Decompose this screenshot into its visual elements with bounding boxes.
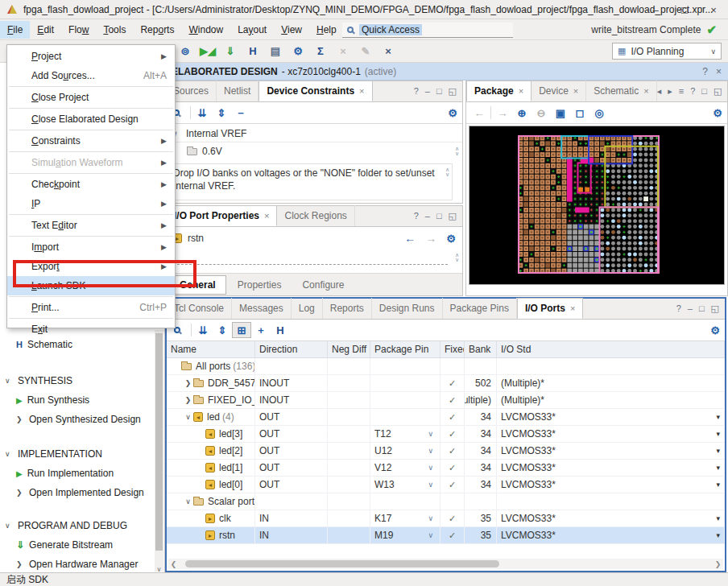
tab-device-constraints[interactable]: Device Constraints× xyxy=(259,80,372,101)
panel-window-icon[interactable]: – xyxy=(425,86,430,97)
tab-design-runs[interactable]: Design Runs xyxy=(372,298,443,319)
tree-expander-icon[interactable]: ❯ xyxy=(183,379,193,387)
panel-window-icon[interactable]: ? xyxy=(414,86,419,97)
cell-io-std[interactable]: LVCMOS33*▾ xyxy=(497,460,725,476)
cell-package-pin[interactable]: T12∨ xyxy=(370,426,441,442)
back-arrow-icon[interactable]: ← xyxy=(404,232,416,245)
toolbar-report-icon[interactable]: ▤ xyxy=(266,43,285,60)
cell-fixed[interactable]: ✓ xyxy=(441,510,465,526)
io-std-dropdown-icon[interactable]: ▾ xyxy=(716,514,724,522)
pin-dropdown-icon[interactable]: ∨ xyxy=(428,464,440,472)
menubar-item-tools[interactable]: Tools xyxy=(96,21,133,39)
toolbar-collapse-all-icon[interactable]: ⇊ xyxy=(192,105,212,121)
gear-icon[interactable]: ⚙ xyxy=(713,107,722,119)
vref-tree-root[interactable]: ∨ Internal VREF xyxy=(166,125,462,142)
layout-selector-dropdown[interactable]: ▦ I/O Planning ∨ xyxy=(612,43,722,60)
cell-package-pin[interactable] xyxy=(370,493,441,510)
io-std-dropdown-icon[interactable]: ▾ xyxy=(716,531,724,539)
io-std-dropdown-icon[interactable]: ▾ xyxy=(716,481,724,489)
cell-package-pin[interactable]: V12∨ xyxy=(370,460,441,476)
io-std-dropdown-icon[interactable]: ▾ xyxy=(716,413,724,421)
panel-window-icon[interactable]: ◱ xyxy=(449,86,457,97)
cell-package-pin[interactable] xyxy=(370,375,441,391)
menu-item-export[interactable]: Export▶ xyxy=(7,257,175,276)
cell-io-std[interactable] xyxy=(497,493,725,510)
tree-expander-icon[interactable]: ∨ xyxy=(183,497,193,506)
panel-window-icon[interactable]: ◱ xyxy=(449,211,457,221)
table-row-fixed-io-54576[interactable]: ❯FIXED_IO_54576(59)INOUT✓(Multiple)(Mult… xyxy=(167,392,725,409)
cell-fixed[interactable]: ✓ xyxy=(441,460,465,476)
panel-window-icon[interactable]: ◱ xyxy=(714,86,722,97)
cell-fixed[interactable]: ✓ xyxy=(441,527,465,543)
scrollbar-thumb[interactable] xyxy=(185,560,499,567)
toolbar-find-icon[interactable]: ⊚ xyxy=(176,43,195,60)
panel-window-icon[interactable]: ◱ xyxy=(711,303,719,314)
cell-io-std[interactable]: LVCMOS33*▾ xyxy=(497,527,725,543)
menubar-item-edit[interactable]: Edit xyxy=(30,21,61,39)
banner-close-icon[interactable]: × xyxy=(716,66,722,77)
table-row-led-1-[interactable]: ◂led[1]OUTV12∨✓34LVCMOS33*▾ xyxy=(167,460,725,477)
maximize-button[interactable]: □ xyxy=(670,0,699,19)
column-header-bank[interactable]: Bank xyxy=(465,341,497,357)
tab-package[interactable]: Package× xyxy=(466,80,532,101)
toolbar-schematic-icon[interactable]: H xyxy=(271,322,290,338)
menubar-item-view[interactable]: View xyxy=(274,21,309,39)
sidebar-item-schematic[interactable]: HSchematic xyxy=(0,336,153,353)
toolbar-generate-bitstream-icon[interactable]: ⇓ xyxy=(221,43,240,60)
column-header-package-pin[interactable]: Package Pin xyxy=(370,341,441,357)
menubar-item-layout[interactable]: Layout xyxy=(230,21,274,39)
menu-item-import[interactable]: Import▶ xyxy=(7,237,175,257)
gear-icon[interactable]: ⚙ xyxy=(448,107,457,119)
cell-fixed[interactable]: ✓ xyxy=(441,477,465,493)
cell-package-pin[interactable]: K17∨ xyxy=(370,510,441,526)
panel-window-icon[interactable]: □ xyxy=(699,303,705,314)
cell-io-std[interactable]: (Multiple)* xyxy=(497,375,725,391)
panel-window-icon[interactable]: ? xyxy=(690,86,695,97)
table-row-led-2-[interactable]: ◂led[2]OUTU12∨✓34LVCMOS33*▾ xyxy=(167,443,725,460)
subtab-general[interactable]: General xyxy=(169,275,226,295)
toolbar-cancel-gray-icon[interactable]: × xyxy=(333,43,353,60)
sidebar-item-open-implemented-design[interactable]: ❯Open Implemented Design xyxy=(0,485,153,501)
pin-dropdown-icon[interactable]: ∨ xyxy=(428,430,440,438)
cell-package-pin[interactable] xyxy=(370,409,441,425)
panel-window-icon[interactable]: – xyxy=(688,303,693,314)
column-header-fixed[interactable]: Fixed xyxy=(441,341,465,357)
menu-item-project[interactable]: Project▶ xyxy=(7,47,175,66)
table-row-clk[interactable]: ▸clkINK17∨✓35LVCMOS33*▾ xyxy=(167,510,725,527)
panel-window-icon[interactable]: ◂ xyxy=(657,86,662,97)
cell-io-std[interactable]: LVCMOS33*▾ xyxy=(497,426,725,442)
column-header-i-o-std[interactable]: I/O Std xyxy=(497,341,725,357)
panel-window-icon[interactable]: □ xyxy=(701,86,707,97)
table-row-led[interactable]: ∨◂led(4)OUT✓34LVCMOS33*▾ xyxy=(167,409,725,426)
close-tab-icon[interactable]: × xyxy=(643,86,648,96)
tab-messages[interactable]: Messages xyxy=(232,298,292,319)
cell-fixed[interactable]: ✓ xyxy=(441,409,465,425)
toolbar-zoom-selection-icon[interactable]: ◻ xyxy=(570,105,589,121)
tab-i-o-ports[interactable]: I/O Ports× xyxy=(517,298,583,319)
menu-item-close-elaborated-design[interactable]: Close Elaborated Design xyxy=(7,109,175,129)
minimize-button[interactable]: – xyxy=(641,0,670,19)
panel-window-icon[interactable]: □ xyxy=(436,86,442,97)
subtab-configure[interactable]: Configure xyxy=(292,276,354,294)
toolbar-collapse-all-icon[interactable]: ⇊ xyxy=(193,322,213,338)
toolbar-expand-all-icon[interactable]: ⇕ xyxy=(213,322,232,338)
subtab-properties[interactable]: Properties xyxy=(228,276,292,294)
tab-clock-regions[interactable]: Clock Regions xyxy=(277,205,354,226)
toolbar-close-run-icon[interactable]: × xyxy=(378,43,398,60)
toolbar-schematic-icon[interactable]: H xyxy=(243,43,263,60)
close-tab-icon[interactable]: × xyxy=(264,211,269,221)
cell-package-pin[interactable] xyxy=(370,392,441,408)
tab-i-o-port-properties[interactable]: I/O Port Properties× xyxy=(166,205,277,226)
menu-item-launch-sdk[interactable]: Launch SDK xyxy=(7,276,175,295)
close-tab-icon[interactable]: × xyxy=(570,303,575,313)
tab-schematic[interactable]: Schematic× xyxy=(586,80,656,101)
cell-io-std[interactable]: LVCMOS33*▾ xyxy=(497,477,725,493)
toolbar-add-icon[interactable]: + xyxy=(251,322,271,338)
cell-io-std[interactable]: LVCMOS33*▾ xyxy=(497,409,725,425)
scroll-left-icon[interactable]: ❮ xyxy=(168,560,179,568)
table-row-rstn[interactable]: ▸rstnINM19∨✓35LVCMOS33*▾ xyxy=(167,527,725,544)
panel-window-icon[interactable]: ≡ xyxy=(679,86,684,97)
menu-item-ip[interactable]: IP▶ xyxy=(7,194,175,213)
cell-io-std[interactable]: LVCMOS33*▾ xyxy=(497,443,725,459)
cell-fixed[interactable] xyxy=(441,358,465,374)
